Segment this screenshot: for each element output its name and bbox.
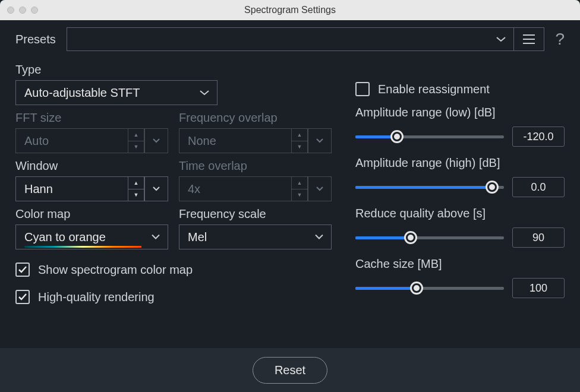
- zoom-window-button[interactable]: [31, 7, 38, 14]
- window-dropdown[interactable]: [144, 176, 168, 201]
- presets-label: Presets: [15, 33, 56, 46]
- freq-overlap-input: None ▲▼: [179, 128, 332, 153]
- hq-render-label: High-quality rendering: [38, 290, 155, 304]
- step-down-icon: ▼: [128, 141, 144, 154]
- freq-scale-label: Frequency scale: [179, 207, 332, 221]
- freq-overlap-value: None: [188, 134, 216, 148]
- footer: Reset: [0, 348, 580, 392]
- hq-render-checkbox[interactable]: [15, 290, 30, 304]
- presets-menu-button[interactable]: [513, 27, 544, 51]
- type-select[interactable]: Auto-adjustable STFT: [15, 80, 218, 105]
- enable-reassign-label: Enable reassignment: [378, 83, 490, 96]
- window-title: Spectrogram Settings: [244, 5, 336, 15]
- amp-low-value[interactable]: -120.0: [512, 127, 565, 147]
- reset-button[interactable]: Reset: [253, 357, 327, 384]
- window-value: Hann: [24, 182, 53, 196]
- colormap-label: Color map: [15, 207, 168, 221]
- step-down-icon: ▼: [291, 141, 308, 154]
- hamburger-icon: [522, 34, 536, 45]
- presets-select[interactable]: [67, 27, 514, 51]
- chevron-down-icon: [151, 234, 160, 241]
- help-icon: ?: [555, 30, 565, 48]
- time-overlap-value: 4x: [188, 182, 200, 196]
- colormap-value: Cyan to orange: [24, 230, 106, 244]
- window-controls: [7, 7, 38, 14]
- amp-high-slider[interactable]: [355, 180, 504, 194]
- type-label: Type: [15, 63, 332, 77]
- step-down-icon: ▼: [291, 189, 308, 202]
- close-window-button[interactable]: [7, 7, 14, 14]
- help-button[interactable]: ?: [555, 30, 565, 49]
- show-colormap-checkbox[interactable]: [15, 263, 30, 277]
- titlebar: Spectrogram Settings: [0, 0, 580, 20]
- chevron-down-icon: [199, 89, 210, 96]
- time-overlap-dropdown: [308, 176, 332, 201]
- freq-overlap-dropdown: [308, 128, 332, 153]
- type-value: Auto-adjustable STFT: [24, 86, 140, 100]
- fft-size-input: Auto ▲▼: [15, 128, 168, 153]
- time-overlap-label: Time overlap: [179, 159, 332, 173]
- checkmark-icon: [18, 293, 27, 301]
- chevron-down-icon: [314, 234, 324, 241]
- colormap-select[interactable]: Cyan to orange: [15, 225, 168, 249]
- cache-size-value[interactable]: 100: [512, 278, 565, 298]
- enable-reassign-checkbox[interactable]: [355, 82, 370, 96]
- window-label: Window: [15, 159, 168, 173]
- reduce-quality-label: Reduce quality above [s]: [355, 207, 565, 220]
- freq-overlap-label: Frequency overlap: [179, 111, 332, 125]
- show-colormap-label: Show spectrogram color map: [38, 263, 193, 277]
- amp-low-slider[interactable]: [355, 129, 504, 144]
- cache-size-slider[interactable]: [355, 281, 504, 295]
- amp-high-value[interactable]: 0.0: [512, 177, 565, 197]
- step-up-icon[interactable]: ▲: [128, 176, 144, 189]
- step-up-icon: ▲: [291, 176, 308, 189]
- freq-scale-select[interactable]: Mel: [179, 225, 332, 249]
- reduce-quality-slider[interactable]: [355, 230, 504, 245]
- step-up-icon: ▲: [291, 128, 308, 141]
- step-up-icon: ▲: [128, 128, 144, 141]
- amp-low-label: Amplitude range (low) [dB]: [355, 106, 565, 119]
- fft-size-label: FFT size: [15, 111, 168, 125]
- fft-size-value: Auto: [24, 134, 49, 148]
- step-down-icon[interactable]: ▼: [128, 189, 144, 202]
- chevron-down-icon: [496, 36, 506, 43]
- fft-size-dropdown: [144, 128, 168, 153]
- colormap-preview: [24, 246, 141, 248]
- minimize-window-button[interactable]: [19, 7, 26, 14]
- checkmark-icon: [18, 265, 27, 274]
- cache-size-label: Cache size [MB]: [355, 257, 565, 271]
- amp-high-label: Amplitude range (high) [dB]: [355, 156, 565, 170]
- freq-scale-value: Mel: [188, 230, 207, 244]
- window-input[interactable]: Hann ▲▼: [15, 176, 168, 201]
- reduce-quality-value[interactable]: 90: [512, 227, 565, 248]
- time-overlap-input: 4x ▲▼: [179, 176, 332, 201]
